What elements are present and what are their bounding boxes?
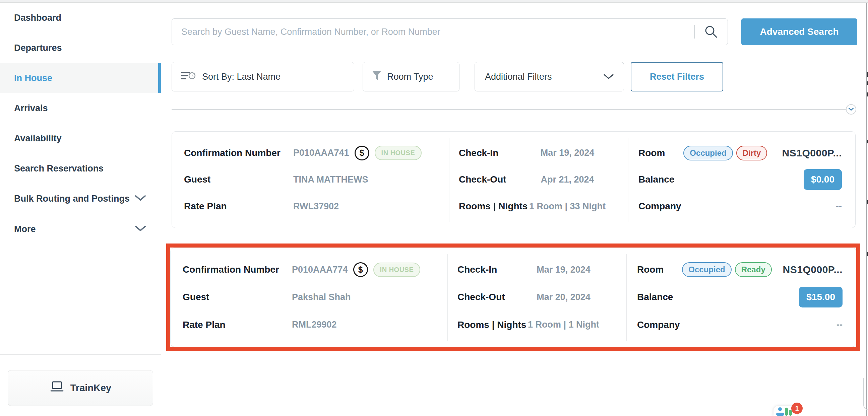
confirmation-number-value: P010AAA741 [293, 148, 349, 158]
check-out-label: Check-Out [458, 292, 528, 302]
check-out-value: Apr 21, 2024 [529, 174, 606, 185]
rooms-nights-label: Rooms | Nights [458, 320, 528, 330]
sidebar-item-label: Arrivals [14, 103, 48, 114]
status-badge: IN HOUSE [375, 146, 422, 160]
pms-in-house-screen: Dashboard Departures In House Arrivals A… [0, 0, 868, 416]
confirmation-number-label: Confirmation Number [183, 264, 292, 275]
rooms-nights-row: Rooms | Nights 1 Room | 1 Night [458, 311, 599, 339]
sidebar-item-label: Dashboard [14, 13, 61, 23]
chevron-down-icon [848, 107, 854, 111]
rate-plan-label: Rate Plan [184, 201, 293, 212]
company-value: -- [837, 320, 842, 330]
chat-logo-shape [785, 408, 788, 416]
company-row: Company -- [639, 193, 842, 220]
rate-plan-value: RML29902 [292, 320, 337, 330]
section-collapse-toggle[interactable] [846, 104, 856, 115]
room-number-value: NS1Q000P... [783, 264, 842, 275]
guest-label: Guest [184, 174, 293, 185]
rooms-nights-label: Rooms | Nights [459, 201, 529, 212]
search-icon[interactable] [704, 25, 718, 39]
sort-icon [181, 70, 196, 84]
reservation-card-1[interactable]: Confirmation Number P010AAA741 $ IN HOUS… [172, 131, 856, 228]
additional-filters-dropdown[interactable]: Additional Filters [474, 62, 624, 91]
screen-edge-artifact [867, 92, 868, 96]
payment-dollar-icon: $ [353, 262, 368, 277]
check-out-row: Check-Out Apr 21, 2024 [459, 166, 606, 193]
rooms-nights-value: 1 Room | 1 Night [528, 320, 599, 330]
company-value: -- [836, 201, 842, 212]
sidebar: Dashboard Departures In House Arrivals A… [0, 3, 161, 416]
search-input[interactable] [172, 19, 728, 45]
sort-by-label: Sort By: Last Name [202, 72, 280, 82]
room-label: Room [637, 264, 663, 275]
check-in-label: Check-In [458, 264, 528, 275]
trainkey-button[interactable]: TrainKey [8, 370, 153, 406]
sidebar-item-label: In House [14, 73, 52, 84]
chevron-down-icon [135, 224, 146, 234]
confirmation-row: Confirmation Number P010AAA774 $ IN HOUS… [183, 256, 447, 283]
balance-amount-chip[interactable]: $0.00 [804, 169, 842, 190]
sidebar-item-arrivals[interactable]: Arrivals [0, 93, 161, 123]
additional-filters-label: Additional Filters [485, 72, 552, 82]
laptop-icon [50, 381, 64, 395]
rate-plan-row: Rate Plan RWL37902 [184, 193, 449, 220]
room-type-dropdown[interactable]: Room Type [363, 62, 460, 91]
check-in-value: Mar 19, 2024 [529, 148, 606, 158]
trainkey-label: TrainKey [70, 383, 112, 393]
advanced-search-button[interactable]: Advanced Search [741, 19, 857, 45]
room-type-label: Room Type [387, 72, 433, 82]
rate-plan-value: RWL37902 [293, 201, 339, 212]
chat-logo-shape [776, 413, 784, 416]
screen-edge-artifact [867, 72, 868, 77]
occupancy-status-pill: Occupied [682, 262, 731, 277]
rooms-nights-row: Rooms | Nights 1 Room | 33 Night [459, 193, 606, 220]
sidebar-item-dashboard[interactable]: Dashboard [0, 3, 161, 33]
sidebar-item-availability[interactable]: Availability [0, 123, 161, 153]
check-in-value: Mar 19, 2024 [528, 265, 599, 275]
room-number-value: NS1Q000P... [782, 148, 842, 159]
confirmation-row: Confirmation Number P010AAA741 $ IN HOUS… [184, 140, 449, 166]
rooms-nights-value: 1 Room | 33 Night [529, 201, 606, 212]
card-dates-column: Check-In Mar 19, 2024 Check-Out Apr 21, … [449, 140, 628, 220]
card-identity-column: Confirmation Number P010AAA741 $ IN HOUS… [172, 140, 449, 220]
card-dates-column: Check-In Mar 19, 2024 Check-Out Mar 20, … [447, 256, 626, 339]
balance-amount-chip[interactable]: $15.00 [799, 287, 842, 308]
notification-badge: 1 [791, 403, 803, 414]
guest-label: Guest [183, 292, 292, 302]
card-room-column: Room Occupied Dirty NS1Q000P... Balance … [628, 140, 855, 220]
rate-plan-label: Rate Plan [183, 320, 292, 330]
check-out-label: Check-Out [459, 174, 529, 185]
housekeeping-status-pill: Dirty [736, 146, 768, 160]
occupancy-status-pill: Occupied [683, 146, 733, 160]
search-divider [694, 25, 695, 38]
check-in-row: Check-In Mar 19, 2024 [459, 140, 606, 166]
section-divider-line [172, 109, 846, 110]
sidebar-item-search-reservations[interactable]: Search Reservations [0, 153, 161, 184]
sidebar-item-bulk-routing[interactable]: Bulk Routing and Postings [0, 184, 161, 214]
guest-value: Pakshal Shah [292, 292, 351, 302]
rate-plan-row: Rate Plan RML29902 [183, 311, 447, 339]
sidebar-item-label: More [14, 224, 36, 234]
sidebar-item-departures[interactable]: Departures [0, 33, 161, 63]
card-identity-column: Confirmation Number P010AAA774 $ IN HOUS… [170, 256, 447, 339]
check-out-row: Check-Out Mar 20, 2024 [458, 283, 599, 311]
sidebar-item-more[interactable]: More [0, 214, 161, 244]
confirmation-number-label: Confirmation Number [184, 148, 293, 158]
room-row: Room Occupied Ready NS1Q000P... [637, 256, 842, 283]
sidebar-item-label: Search Reservations [14, 163, 103, 174]
sidebar-item-label: Availability [14, 133, 62, 144]
sidebar-item-in-house[interactable]: In House [0, 63, 161, 93]
sort-by-dropdown[interactable]: Sort By: Last Name [172, 62, 354, 91]
balance-row: Balance $15.00 [637, 283, 842, 311]
reservation-card-2[interactable]: Confirmation Number P010AAA774 $ IN HOUS… [170, 248, 856, 347]
payment-dollar-icon: $ [354, 146, 369, 160]
screen-edge-panel-corner [863, 378, 868, 410]
confirmation-number-value: P010AAA774 [292, 265, 348, 275]
balance-label: Balance [637, 292, 673, 302]
company-label: Company [637, 320, 680, 330]
room-label: Room [639, 148, 665, 158]
reset-filters-button[interactable]: Reset Filters [631, 62, 723, 91]
top-strip [0, 0, 868, 3]
sidebar-item-label: Bulk Routing and Postings [14, 194, 130, 204]
balance-row: Balance $0.00 [639, 166, 842, 193]
